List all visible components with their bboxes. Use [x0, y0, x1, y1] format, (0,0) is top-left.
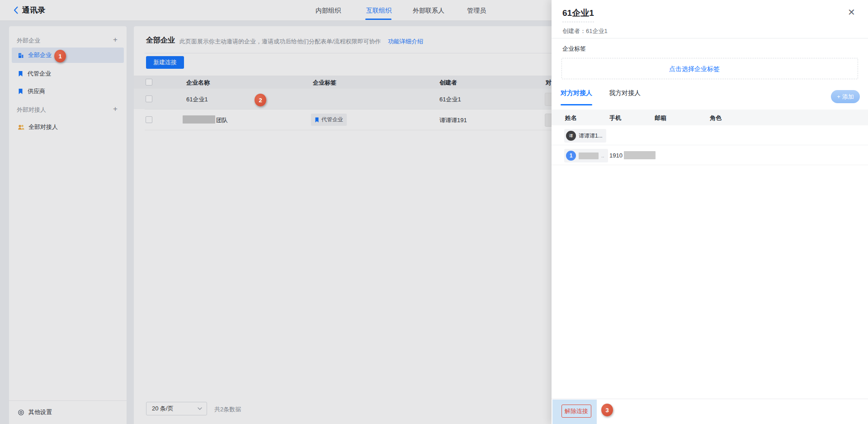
- drawer-divider: [552, 38, 868, 38]
- app-screen: 通讯录 内部组织 互联组织 外部联系人 管理员 外部企业 + 全部企业 代管企业: [0, 0, 868, 424]
- contact-chip[interactable]: 谭 谭谭谭1...: [564, 129, 606, 143]
- redacted-phone: [624, 151, 656, 159]
- step-marker-1: 1: [54, 50, 66, 62]
- tag-picker-box[interactable]: 点击选择企业标签: [561, 58, 858, 79]
- contact-row[interactable]: 谭 谭谭谭1...: [552, 125, 868, 145]
- close-icon[interactable]: ✕: [848, 8, 855, 17]
- modal-mask: [0, 0, 552, 424]
- plus-icon: +: [837, 93, 840, 100]
- name-ellipsis: ..: [601, 152, 604, 159]
- col-email: 邮箱: [655, 114, 666, 122]
- contact-row[interactable]: 1 .. 1910: [552, 145, 868, 165]
- tab-our-contacts[interactable]: 我方对接人: [609, 89, 641, 97]
- step-marker-2: 2: [255, 94, 266, 106]
- col-name: 姓名: [565, 114, 577, 122]
- avatar: 1: [566, 151, 576, 161]
- col-phone: 手机: [609, 114, 621, 122]
- drawer-tab-underline: [561, 104, 592, 105]
- contact-name: 谭谭谭1...: [579, 132, 603, 140]
- disconnect-button[interactable]: 解除连接: [561, 405, 591, 418]
- drawer-title[interactable]: 61企业1: [562, 7, 594, 22]
- redacted-name: [579, 152, 599, 159]
- avatar: 谭: [566, 131, 576, 141]
- row-divider: [552, 165, 868, 165]
- tab-their-contacts[interactable]: 对方对接人: [561, 89, 592, 97]
- company-detail-drawer: 61企业1 ✕ 创建者：61企业1 企业标签 点击选择企业标签 对方对接人 我方…: [552, 0, 868, 424]
- contact-chip[interactable]: 1 ..: [564, 149, 608, 162]
- step-marker-3: 3: [601, 404, 613, 416]
- drawer-creator-line: 创建者：61企业1: [562, 27, 608, 35]
- tag-section-label: 企业标签: [562, 45, 586, 53]
- add-button-label: 添加: [842, 93, 854, 101]
- drawer-footer-divider: [552, 399, 868, 399]
- add-contact-button[interactable]: + 添加: [831, 90, 860, 103]
- drawer-table-header: 姓名 手机 邮箱 角色: [552, 110, 868, 125]
- tag-picker-link[interactable]: 点击选择企业标签: [669, 65, 720, 73]
- col-role: 角色: [710, 114, 722, 122]
- phone-prefix: 1910: [609, 152, 623, 159]
